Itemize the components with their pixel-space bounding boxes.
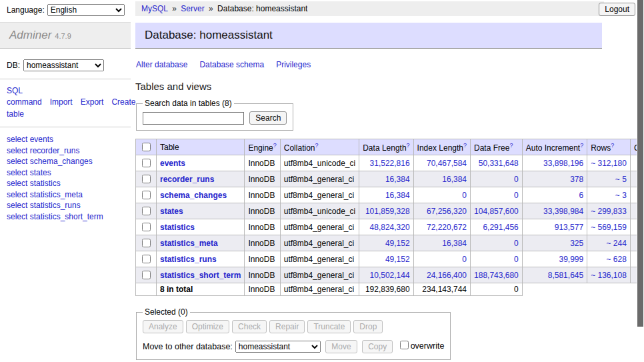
database-action-link[interactable]: Privileges xyxy=(276,60,311,69)
value-cell: 50,331,648 xyxy=(471,155,523,171)
value-cell: 31,522,816 xyxy=(359,155,413,171)
sidebar-table-link[interactable]: select recorder_runs xyxy=(7,145,124,157)
column-help-link[interactable]: ? xyxy=(580,142,583,149)
row-checkbox[interactable] xyxy=(142,239,151,247)
table-name-link[interactable]: statistics_meta xyxy=(160,239,218,248)
main-content: MySQL » Server » Database: homeassistant… xyxy=(135,0,637,362)
value-cell: 16,384 xyxy=(413,171,470,187)
table-name-link[interactable]: recorder_runs xyxy=(160,175,214,184)
language-select[interactable]: English xyxy=(47,4,125,16)
breadcrumb-link[interactable]: Server xyxy=(181,4,204,13)
table-row: statisticsInnoDButf8mb4_general_ci48,824… xyxy=(136,219,644,235)
table-row: recorder_runsInnoDButf8mb4_general_ci16,… xyxy=(136,171,644,187)
selected-fieldset: Selected (0) AnalyzeOptimizeCheckRepairT… xyxy=(136,307,451,360)
search-fieldset: Search data in tables (8) Search xyxy=(136,99,293,131)
engine-cell: InnoDB xyxy=(245,203,280,219)
table-name-link[interactable]: statistics xyxy=(160,223,195,232)
value-cell: 104,857,600 xyxy=(471,203,523,219)
value-cell: 33,898,196 xyxy=(522,155,587,171)
sidebar-action-link[interactable]: SQL command xyxy=(7,86,42,107)
logout-button[interactable]: Logout xyxy=(599,3,635,16)
breadcrumb-link[interactable]: MySQL xyxy=(141,4,168,13)
table-header-row: TableEngine?Collation?Data Length?Index … xyxy=(136,139,644,155)
table-name-link[interactable]: statistics_short_term xyxy=(160,271,241,280)
row-checkbox-cell xyxy=(136,219,157,235)
column-help-link[interactable]: ? xyxy=(273,142,277,149)
table-row: statistics_short_termInnoDButf8mb4_gener… xyxy=(136,267,644,283)
engine-cell: InnoDB xyxy=(245,235,280,251)
column-help-link[interactable]: ? xyxy=(315,142,318,149)
row-checkbox[interactable] xyxy=(142,271,151,279)
row-checkbox[interactable] xyxy=(142,207,151,215)
column-help-link[interactable]: ? xyxy=(407,142,410,149)
check-button[interactable]: Check xyxy=(232,320,267,333)
table-name-link[interactable]: states xyxy=(160,207,183,216)
tables-table: TableEngine?Collation?Data Length?Index … xyxy=(135,139,644,296)
database-action-link[interactable]: Database schema xyxy=(199,60,264,69)
collation-cell: utf8mb4_general_ci xyxy=(280,187,359,203)
overwrite-checkbox[interactable] xyxy=(400,341,409,349)
row-checkbox[interactable] xyxy=(142,191,151,199)
row-checkbox-cell xyxy=(136,203,157,219)
value-cell: ~ 312,180 xyxy=(587,155,631,171)
move-button[interactable]: Move xyxy=(325,340,357,353)
database-action-link[interactable]: Alter database xyxy=(136,60,187,69)
sidebar-action-link[interactable]: Export xyxy=(81,97,104,107)
column-help-link[interactable]: ? xyxy=(509,142,513,149)
collation-cell: utf8mb4_unicode_ci xyxy=(280,203,359,219)
total-engine-cell: InnoDB xyxy=(245,283,280,296)
row-checkbox[interactable] xyxy=(142,223,151,231)
sidebar-table-list: select eventsselect recorder_runsselect … xyxy=(0,127,131,229)
breadcrumb: MySQL » Server » Database: homeassistant xyxy=(135,1,604,16)
collation-cell: utf8mb4_general_ci xyxy=(280,251,359,267)
search-input[interactable] xyxy=(143,112,244,125)
sidebar-table-link[interactable]: select statistics_short_term xyxy=(7,211,124,223)
table-name-link[interactable]: schema_changes xyxy=(160,191,227,200)
column-header: Auto Increment? xyxy=(522,139,587,155)
value-cell: 16,384 xyxy=(413,235,470,251)
sidebar-table-link[interactable]: select schema_changes xyxy=(7,156,124,167)
sidebar-table-link[interactable]: select statistics xyxy=(7,178,124,189)
tables-heading: Tables and views xyxy=(135,81,637,92)
adminer-version: 4.7.9 xyxy=(55,32,71,40)
truncate-button[interactable]: Truncate xyxy=(307,320,351,333)
total-ghost-cell xyxy=(587,283,631,296)
row-checkbox[interactable] xyxy=(142,175,151,183)
row-checkbox[interactable] xyxy=(142,159,151,167)
search-button[interactable]: Search xyxy=(249,111,287,125)
table-name-link[interactable]: events xyxy=(160,159,185,168)
scrollbar-thumb[interactable] xyxy=(637,0,643,327)
scrollbar-track[interactable] xyxy=(637,0,644,362)
column-header: Table xyxy=(157,139,245,155)
value-cell: ~ 244 xyxy=(587,235,631,251)
row-checkbox-cell xyxy=(136,267,157,283)
column-help-link[interactable]: ? xyxy=(463,142,467,149)
table-name-link[interactable]: statistics_runs xyxy=(160,255,217,264)
sidebar-action-link[interactable]: Import xyxy=(50,97,73,107)
row-checkbox-cell xyxy=(136,171,157,187)
analyze-button[interactable]: Analyze xyxy=(143,320,183,333)
repair-button[interactable]: Repair xyxy=(269,320,305,333)
drop-button[interactable]: Drop xyxy=(353,320,383,333)
db-select[interactable]: homeassistant xyxy=(23,59,104,71)
column-header: Index Length? xyxy=(413,139,470,155)
column-help-link[interactable]: ? xyxy=(611,142,614,149)
table-name-cell: statistics_runs xyxy=(157,251,245,267)
move-row: Move to other database:homeassistant Mov… xyxy=(143,339,444,353)
value-cell: 16,384 xyxy=(359,187,413,203)
sidebar-table-link[interactable]: select states xyxy=(7,167,124,179)
sidebar-table-link[interactable]: select events xyxy=(7,134,124,145)
total-value-cell: 0 xyxy=(471,283,523,296)
row-checkbox[interactable] xyxy=(142,255,151,263)
optimize-button[interactable]: Optimize xyxy=(186,320,229,333)
sidebar-table-link[interactable]: select statistics_meta xyxy=(7,189,124,201)
engine-cell: InnoDB xyxy=(245,219,280,235)
copy-button[interactable]: Copy xyxy=(362,340,393,353)
total-ghost-cell xyxy=(522,283,587,296)
table-name-cell: states xyxy=(157,203,245,219)
move-db-select[interactable]: homeassistant xyxy=(235,341,321,353)
sidebar-table-link[interactable]: select statistics_runs xyxy=(7,200,124,211)
table-name-cell: statistics_meta xyxy=(157,235,245,251)
engine-cell: InnoDB xyxy=(245,171,280,187)
select-all-checkbox[interactable] xyxy=(142,143,151,151)
